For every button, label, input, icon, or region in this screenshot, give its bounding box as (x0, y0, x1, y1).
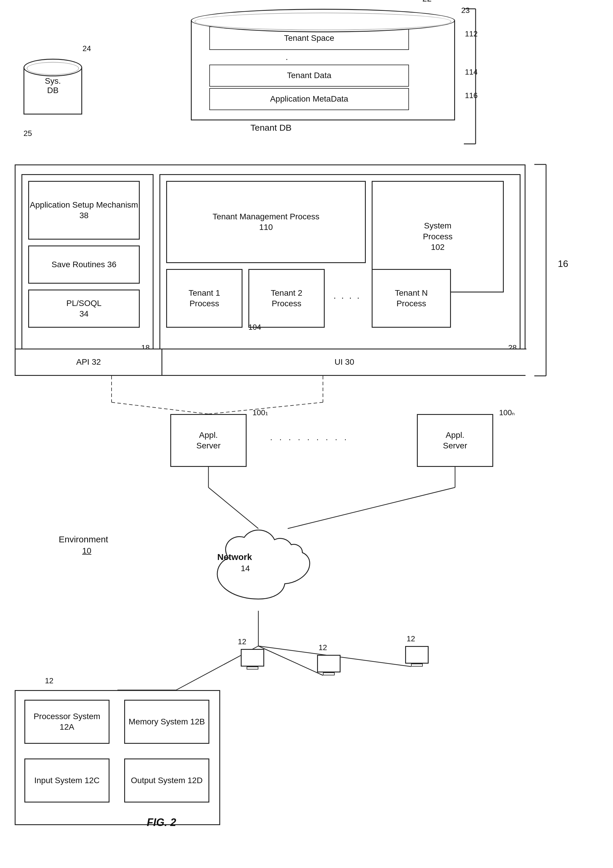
tenant2-label: Tenant 2Process (271, 288, 302, 309)
output-sys-box: Output System 12D (124, 758, 209, 803)
tenant-space-label: Tenant Space (284, 33, 334, 43)
num-24: 24 (82, 44, 91, 53)
input-sys-label: Input System 12C (34, 775, 100, 786)
server-box-16: Application Setup Mechanism 38 Save Rout… (15, 164, 526, 376)
tenant-mgmt-box: Tenant Management Process110 (166, 181, 366, 263)
num-23: 23 (461, 6, 470, 15)
network-label: Network (217, 552, 252, 562)
appl-server2-box: Appl.Server (417, 414, 493, 467)
terminal-3 (405, 646, 429, 663)
fig-label: FIG. 2 (147, 816, 176, 829)
app-metadata-box: Application MetaData (209, 88, 409, 110)
tenant-db-container: Tenant Space · Tenant Data Application M… (191, 9, 455, 135)
proc-sys-label: Processor System 12A (25, 711, 108, 733)
sys-cyl-top (23, 59, 82, 76)
app-metadata-label: Application MetaData (270, 94, 348, 104)
environment-label: Environment (59, 535, 108, 544)
tenant1-label: Tenant 1Process (189, 288, 220, 309)
num-100-1: 100₁ (252, 408, 268, 417)
tenant-data-label: Tenant Data (287, 70, 331, 81)
save-routines-label: Save Routines 36 (51, 259, 116, 270)
num-12c: 12 (407, 634, 415, 643)
tenantn-box: Tenant NProcess (372, 269, 451, 328)
network-num: 14 (241, 564, 250, 573)
appl-server2-label: Appl.Server (443, 430, 467, 451)
appl-server1-label: Appl.Server (197, 430, 220, 451)
terminal-2-base (323, 673, 335, 675)
appl-server1-box: Appl.Server (170, 414, 247, 467)
tenantn-label: Tenant NProcess (395, 288, 428, 309)
num-12b: 12 (319, 643, 327, 652)
save-routines-box: Save Routines 36 (28, 245, 140, 284)
proc-sys-box: Processor System 12A (24, 700, 110, 744)
tenant2-box: Tenant 2Process (248, 269, 325, 328)
num-25: 25 (23, 129, 32, 138)
svg-line-16 (259, 646, 323, 675)
num-114: 114 (465, 68, 478, 77)
plsoql-label: PL/SOQL34 (67, 298, 102, 319)
system-proc-label: SystemProcess102 (423, 220, 452, 253)
plsoql-box: PL/SOQL34 (28, 290, 140, 328)
api-label: API 32 (76, 357, 101, 367)
computer-system-box: Processor System 12A Memory System 12B I… (15, 690, 220, 825)
cylinder-top-inner (195, 12, 451, 30)
num-100-n: 100ₙ (499, 408, 515, 417)
api-box: API 32 (15, 349, 163, 375)
tenant-mgmt-label: Tenant Management Process110 (212, 211, 319, 233)
network-cloud (200, 529, 317, 611)
environment-num: 10 (82, 546, 91, 556)
cylinder-body: Tenant Space · Tenant Data Application M… (191, 20, 455, 120)
tenant-data-box: Tenant Data (209, 65, 409, 87)
app-setup-label: Application Setup Mechanism 38 (29, 200, 139, 221)
cylinder-top (191, 9, 455, 32)
sys-db-label: Sys.DB (24, 76, 81, 95)
svg-line-7 (111, 402, 209, 414)
num-12a: 12 (238, 637, 246, 646)
num-104: 104 (248, 323, 261, 332)
dots-label: · (286, 54, 288, 64)
num-116: 116 (465, 91, 478, 100)
mem-sys-box: Memory System 12B (124, 700, 209, 744)
terminal-1 (241, 649, 264, 666)
svg-line-11 (209, 487, 259, 529)
right-sub-box-28: Tenant Management Process110 SystemProce… (159, 174, 520, 356)
tenant-dots: · · · · (333, 293, 361, 302)
num-12-box: 12 (45, 676, 53, 685)
tenant1-box: Tenant 1Process (166, 269, 243, 328)
num-16: 16 (558, 259, 568, 269)
app-setup-box: Application Setup Mechanism 38 (28, 181, 140, 240)
sys-cyl-top-inner (27, 62, 79, 75)
terminal-3-base (411, 663, 423, 666)
mem-sys-label: Memory System 12B (128, 716, 205, 727)
ui-label: UI 30 (335, 357, 354, 367)
num-22: 22 (423, 0, 432, 3)
svg-line-13 (288, 487, 455, 529)
num-112: 112 (465, 29, 478, 39)
terminal-1-base (247, 666, 259, 670)
sys-db-container: Sys.DB 24 25 (23, 59, 82, 126)
terminal-2 (317, 655, 341, 673)
tenant-db-label: Tenant DB (251, 123, 291, 133)
server-dots: · · · · · · · · · (270, 435, 349, 444)
output-sys-label: Output System 12D (131, 775, 203, 786)
input-sys-box: Input System 12C (24, 758, 110, 803)
left-sub-box-18: Application Setup Mechanism 38 Save Rout… (22, 174, 153, 356)
ui-box: UI 30 (163, 349, 526, 375)
